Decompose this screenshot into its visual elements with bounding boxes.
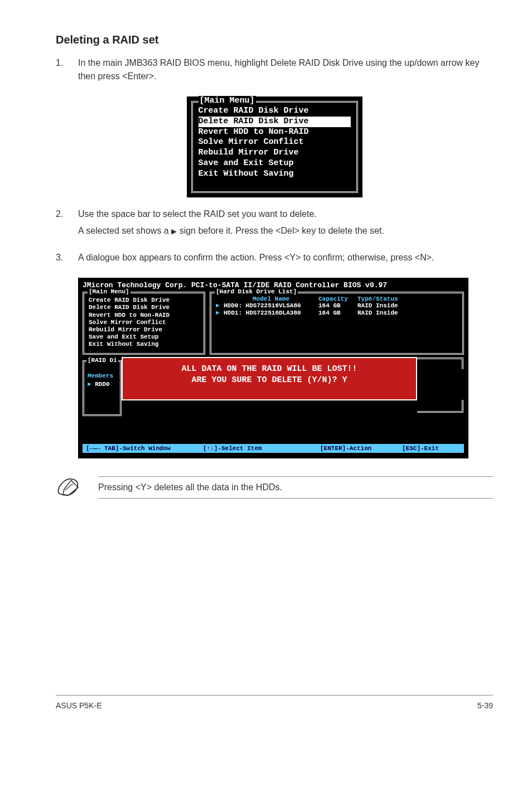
bios-hdd-row-1: ► HDD1: HDS722516DLA380 164 GB RAID Insi…	[216, 310, 458, 317]
section-heading: Deleting a RAID set	[56, 33, 493, 46]
menu-item-rebuild: Rebuild Mirror Drive	[199, 148, 351, 158]
step-text-2a: Use the space bar to select the RAID set…	[78, 207, 493, 221]
footer-right: 5-39	[477, 701, 493, 710]
footer-left: ASUS P5K-E	[56, 701, 101, 710]
note-text: Pressing <Y> deletes all the data in the…	[98, 476, 493, 499]
bios-menu-rebuild: Rebuild Mirror Drive	[89, 326, 199, 334]
bios-hdd-header: Model Name Capacity Type/Status	[216, 296, 458, 302]
step-num-1: 1.	[56, 56, 78, 86]
menu-item-revert: Revert HDD to Non-RAID	[199, 127, 351, 138]
menu-item-create: Create RAID Disk Drive	[199, 106, 351, 117]
bios-hdd-row-0: ► HDD0: HDS722516VLSA80 164 GB RAID Insi…	[216, 302, 458, 310]
bios-footer-tabs: [←—→ TAB]-Switch Window	[86, 445, 203, 452]
menu-item-exit: Exit Without Saving	[199, 169, 351, 180]
note-pencil-icon	[56, 475, 81, 500]
bios-menu-delete: Delete RAID Disk Drive	[89, 304, 199, 311]
bios-menu-revert: Revert HDD to Non-RAID	[89, 312, 199, 319]
bios-menu-solve: Solve Mirror Conflict	[89, 319, 199, 326]
bios-screenshot: JMicron Technology Corp. PCI-to-SATA II/…	[78, 278, 468, 458]
bios-warning-dialog: ALL DATA ON THE RAID WILL BE LOST!! ARE …	[122, 357, 417, 401]
bios-hdd-title: [Hard Disk Drive List]	[215, 288, 298, 295]
bios-menu-create: Create RAID Disk Drive	[89, 297, 199, 304]
bios-hdd-panel: [Hard Disk Drive List] Model Name Capaci…	[210, 292, 464, 354]
main-menu-screenshot: [Main Menu] Create RAID Disk Drive Delet…	[187, 96, 362, 197]
menu-item-solve: Solve Mirror Conflict	[199, 137, 351, 148]
bios-footer-select: [↑↓]-Select Item	[203, 445, 320, 452]
step-text-1: In the main JMB363 RAID BIOS menu, highl…	[78, 56, 493, 83]
bios-menu-save: Save and Exit Setup	[89, 334, 199, 341]
bios-raid-row0: ► RDD0	[88, 380, 117, 389]
bios-footer-action: [ENTER]-Action	[320, 445, 402, 452]
step-num-2: 2.	[56, 207, 78, 241]
bios-panel-fragment-top	[417, 357, 463, 369]
bios-warning-line2: ARE YOU SURE TO DELETE (Y/N)? Y	[127, 375, 412, 386]
triangle-icon: ▶	[171, 226, 177, 237]
bios-warning-line1: ALL DATA ON THE RAID WILL BE LOST!!	[127, 364, 412, 375]
step-num-3: 3.	[56, 251, 78, 268]
step-text-3: A dialogue box appears to confirm the ac…	[78, 251, 493, 264]
bios-main-menu-title: [Main Menu]	[88, 288, 130, 295]
bios-raid-members: Members	[88, 372, 117, 380]
bios-panel-fragment-bottom	[417, 400, 463, 413]
menu-item-save: Save and Exit Setup	[199, 158, 351, 169]
bios-main-menu-panel: [Main Menu] Create RAID Disk Drive Delet…	[83, 292, 205, 354]
menu-item-delete: Delete RAID Disk Drive	[199, 117, 351, 127]
bios-raid-title: [RAID Di	[86, 357, 118, 364]
bios-raid-panel: [RAID Di Members ► RDD0	[83, 360, 122, 416]
bios-menu-exit: Exit Without Saving	[89, 341, 199, 348]
step-text-2b: A selected set shows a ▶ sign before it.…	[78, 224, 493, 238]
main-menu-title: [Main Menu]	[199, 96, 256, 105]
bios-footer-esc: [ESC]-Exit	[402, 445, 461, 452]
bios-footer: [←—→ TAB]-Switch Window [↑↓]-Select Item…	[83, 444, 464, 453]
